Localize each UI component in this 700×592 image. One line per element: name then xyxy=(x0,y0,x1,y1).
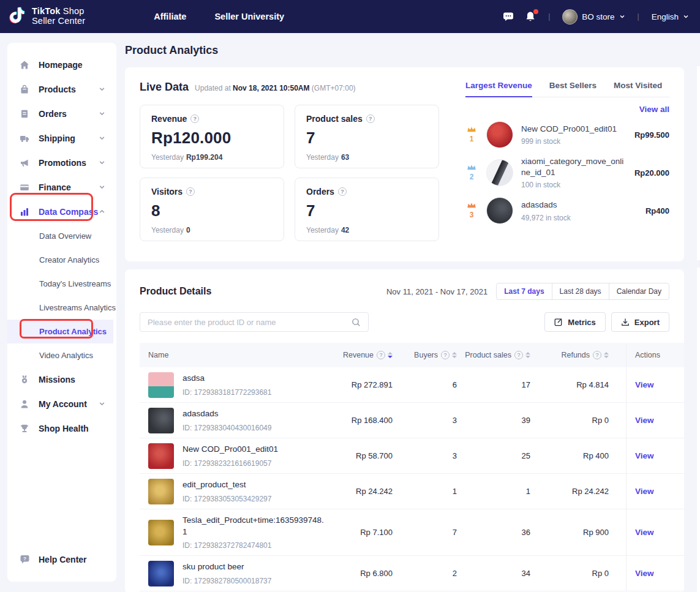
product-search-input[interactable] xyxy=(148,318,352,327)
product-id: ID: 1729382372782474801 xyxy=(183,541,324,550)
rank-crown-silver: 2 xyxy=(465,164,478,182)
bar-chart-icon xyxy=(20,207,29,217)
view-link[interactable]: View xyxy=(635,451,654,460)
help-icon[interactable]: ? xyxy=(366,114,375,123)
live-data-card: Live Data Updated at Nov 18, 2021 10:50A… xyxy=(125,67,684,261)
view-link[interactable]: View xyxy=(635,380,654,389)
sidebar-subitem-data-overview[interactable]: Data Overview xyxy=(7,224,116,248)
ranked-product-stock: 49,972 in stock xyxy=(521,214,641,222)
sidebar-item-data-compass[interactable]: Data Compass xyxy=(7,200,116,224)
sort-control-buyers[interactable] xyxy=(452,352,457,358)
cell-refunds: Rp 24.242 xyxy=(548,487,626,496)
search-icon[interactable] xyxy=(352,318,361,327)
shopping-bag-icon xyxy=(20,84,29,94)
help-icon[interactable]: ? xyxy=(186,187,195,196)
nav-affiliate[interactable]: Affiliate xyxy=(154,12,186,21)
sidebar-label: Shipping xyxy=(39,133,75,143)
notifications-bell-icon[interactable] xyxy=(525,11,536,22)
ranked-product-name: adasdads xyxy=(521,200,627,211)
ranked-product-stock: 999 in stock xyxy=(521,137,630,146)
view-link[interactable]: View xyxy=(635,528,654,537)
sidebar-subitem-video-analytics[interactable]: Video Analytics xyxy=(7,343,116,367)
language-switcher[interactable]: English xyxy=(652,12,689,21)
product-name: Tesla_edit_Prodcut+time:1635939748.1 xyxy=(183,515,324,537)
help-icon[interactable]: ? xyxy=(514,351,523,359)
store-switcher[interactable]: BO store xyxy=(562,9,625,24)
metrics-button[interactable]: Metrics xyxy=(544,312,606,332)
sort-control-revenue[interactable] xyxy=(388,352,393,358)
sidebar-item-products[interactable]: Products xyxy=(7,77,116,102)
sidebar-item-shipping[interactable]: Shipping xyxy=(7,126,116,151)
svg-text:?: ? xyxy=(23,556,26,561)
sidebar-item-help-center[interactable]: ? Help Center xyxy=(20,554,87,564)
sidebar-label: Products xyxy=(39,84,76,94)
column-header-revenue: Revenue xyxy=(343,351,374,359)
sidebar-item-missions[interactable]: Missions xyxy=(7,367,116,392)
sort-control-refunds[interactable] xyxy=(604,352,609,358)
help-icon[interactable]: ? xyxy=(190,114,199,123)
range-tab-last-7-days[interactable]: Last 7 days xyxy=(496,283,552,300)
view-all-link[interactable]: View all xyxy=(465,105,669,114)
view-link[interactable]: View xyxy=(635,487,654,496)
table-row: asdsa ID: 1729383181772293681 Rp 272.891… xyxy=(140,367,684,403)
help-icon[interactable]: ? xyxy=(338,187,347,196)
sidebar-subitem-creator-analytics[interactable]: Creator Analytics xyxy=(7,248,116,272)
export-button[interactable]: Export xyxy=(611,312,669,332)
sidebar-label: Data Compass xyxy=(39,207,98,217)
rank-number: 3 xyxy=(470,211,474,219)
product-id: ID: 1729382321616619057 xyxy=(183,459,278,468)
range-tab-last-28-days[interactable]: Last 28 days xyxy=(552,283,609,300)
tab-best-sellers[interactable]: Best Sellers xyxy=(549,81,597,97)
nav-seller-university[interactable]: Seller University xyxy=(214,12,284,21)
sidebar-item-shop-health[interactable]: Shop Health xyxy=(7,416,116,441)
person-icon xyxy=(20,399,29,409)
sort-control-product-sales[interactable] xyxy=(525,352,530,358)
brand-text: TikTok Shop Seller Center xyxy=(32,7,85,26)
sidebar-item-finance[interactable]: Finance xyxy=(7,175,116,200)
product-search xyxy=(140,312,369,332)
help-icon[interactable]: ? xyxy=(593,351,601,359)
view-link[interactable]: View xyxy=(635,569,654,578)
product-image xyxy=(148,372,174,398)
ranking-tabs: Largest Revenue Best Sellers Most Visite… xyxy=(465,81,669,97)
brand-logo[interactable]: TikTok Shop Seller Center xyxy=(9,6,85,27)
live-data-updated: Updated at Nov 18, 2021 10:50AM (GMT+07:… xyxy=(195,84,356,92)
ranking-item[interactable]: 3 adasdads 49,972 in stock Rp400 xyxy=(465,197,669,224)
range-tab-calendar-day[interactable]: Calendar Day xyxy=(609,283,669,300)
help-icon[interactable]: ? xyxy=(441,351,450,359)
store-avatar xyxy=(562,9,578,24)
sidebar-item-homepage[interactable]: Homepage xyxy=(7,53,116,77)
product-id: ID: 1729382780500018737 xyxy=(183,577,271,585)
sidebar-item-promotions[interactable]: Promotions xyxy=(7,151,116,175)
sidebar-subitem-livestreams-analytics[interactable]: Livestreams Analytics xyxy=(7,296,116,320)
table-row: edit_product_test ID: 172938305305342929… xyxy=(140,474,684,509)
ranked-product-value: Rp20.000 xyxy=(634,168,669,178)
sidebar-subitem-todays-livestreams[interactable]: Today's Livestreams xyxy=(7,272,116,296)
cell-buyers: 6 xyxy=(410,380,474,389)
sidebar-item-orders[interactable]: Orders xyxy=(7,102,116,126)
cell-buyers: 3 xyxy=(410,451,474,460)
sidebar-item-my-account[interactable]: My Account xyxy=(7,392,116,416)
tab-largest-revenue[interactable]: Largest Revenue xyxy=(465,81,532,97)
ranked-product-value: Rp99.500 xyxy=(634,130,669,140)
cell-refunds: Rp 900 xyxy=(548,528,626,537)
messages-icon[interactable] xyxy=(503,11,514,22)
ranking-item[interactable]: 1 New COD_Pro001_edit01 999 in stock Rp9… xyxy=(465,121,669,148)
live-data-left: Live Data Updated at Nov 18, 2021 10:50A… xyxy=(140,81,446,248)
product-name: adasdads xyxy=(183,408,271,419)
product-image xyxy=(148,520,174,545)
cell-refunds: Rp 400 xyxy=(548,451,626,460)
cell-revenue: Rp 168.400 xyxy=(324,416,410,425)
help-icon[interactable]: ? xyxy=(377,351,385,359)
ranking-panel: Largest Revenue Best Sellers Most Visite… xyxy=(465,81,669,248)
product-details-title: Product Details xyxy=(140,286,211,297)
cell-product-sales: 36 xyxy=(474,528,548,537)
sidebar-subitem-product-analytics[interactable]: Product Analytics xyxy=(7,320,113,343)
kpi-card-product-sales: Product sales? 7 Yesterday63 xyxy=(295,105,439,168)
top-nav: Affiliate Seller University xyxy=(154,12,284,21)
cell-refunds: Rp 4.814 xyxy=(548,380,626,389)
tab-most-visited[interactable]: Most Visited xyxy=(614,81,662,97)
view-link[interactable]: View xyxy=(635,416,654,425)
ranking-item[interactable]: 2 xiaomi_category_move_online_id_01 100 … xyxy=(465,156,669,189)
chevron-down-icon xyxy=(99,133,105,144)
